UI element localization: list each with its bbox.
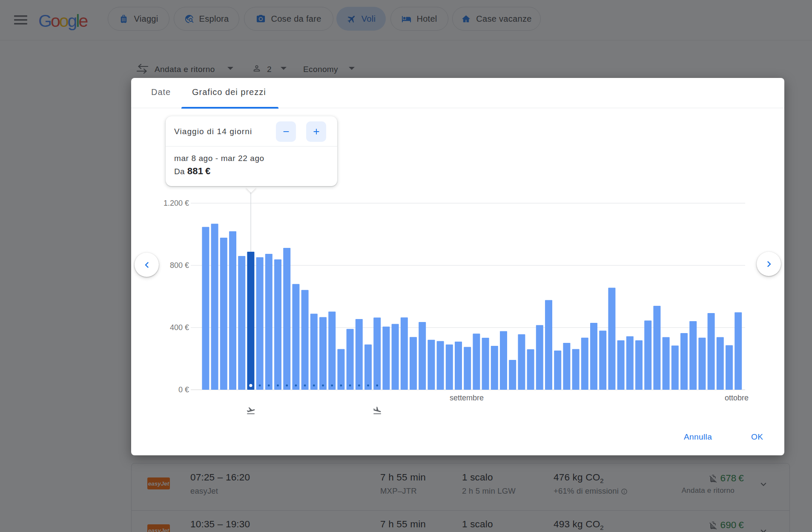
svg-text:800 €: 800 €: [170, 261, 189, 270]
svg-text:0 €: 0 €: [178, 385, 189, 394]
svg-text:settembre: settembre: [450, 394, 484, 402]
svg-text:1.200 €: 1.200 €: [164, 199, 189, 207]
svg-text:400 €: 400 €: [170, 323, 189, 332]
svg-text:ottobre: ottobre: [725, 394, 749, 402]
